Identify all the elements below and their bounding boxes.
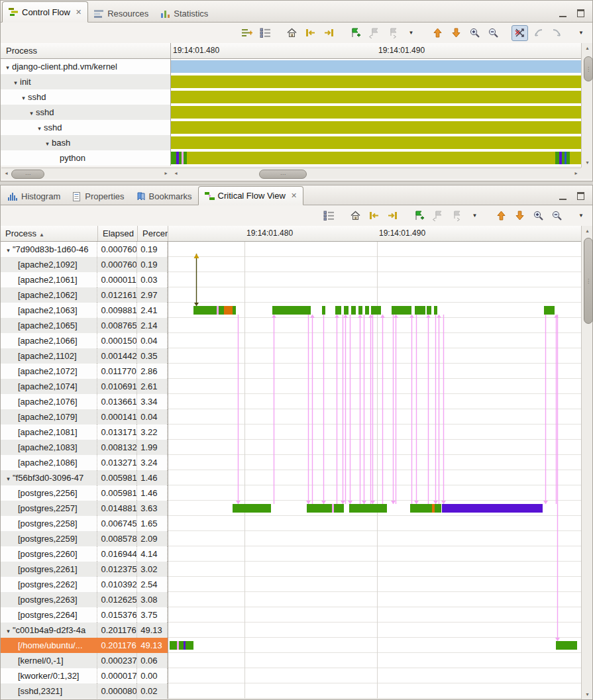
zoom-in-icon[interactable] [466,25,483,41]
critical-path-state-segment[interactable] [224,306,233,315]
select-prev-state-icon[interactable] [302,25,319,41]
state-bar[interactable] [171,136,581,149]
scroll-up-icon[interactable]: ▴ [582,43,592,53]
process-tree-row[interactable]: ▾django-client.phd.vm/kernel [1,59,170,74]
select-prev-state-icon[interactable] [366,208,382,224]
process-tree-row[interactable]: python [1,150,170,166]
expander-icon[interactable]: ▾ [27,106,36,120]
expander-icon[interactable]: ▾ [43,136,52,150]
tab-histogram[interactable]: Histogram [2,188,66,205]
scrollbar-thumb[interactable]: ⋮ [584,238,593,324]
process-tree-row[interactable]: ▾bash [1,135,170,150]
table-row[interactable]: [apache2,1065]0.0087652.14 [1,318,168,333]
table-vertical-scrollbar[interactable]: ▴ ▾ ⋮ [581,226,592,699]
table-row[interactable]: [apache2,1079]0.0001410.04 [1,409,168,425]
state-bar[interactable] [171,121,581,134]
process-tree-row[interactable]: ▾init [1,74,170,89]
table-row[interactable]: [postgres,2260]0.0169444.14 [1,546,168,562]
previous-marker-icon[interactable] [429,208,446,224]
critical-path-state-segment[interactable] [217,306,219,315]
chart-horizontal-scrollbar[interactable]: ◂ ▸ ⋯ [171,168,581,179]
scroll-up-icon[interactable]: ▴ [582,226,592,236]
scrollbar-thumb[interactable]: ⋮ [584,56,593,81]
table-row[interactable]: [apache2,1081]0.0131713.22 [1,425,168,440]
critical-path-state-bar[interactable] [442,504,543,513]
next-marker-icon[interactable] [384,25,401,41]
critical-path-state-bar[interactable] [351,306,356,315]
expander-icon[interactable]: ▾ [3,60,12,74]
align-views-icon[interactable] [239,25,255,41]
critical-path-state-bar[interactable] [349,504,387,513]
table-row[interactable]: [kworker/0:1,32]0.0000170.00 [1,668,168,683]
table-row[interactable]: [postgres,2261]0.0123753.02 [1,562,168,577]
previous-marker-icon[interactable] [366,25,382,41]
view-menu-icon[interactable]: ▼ [575,208,587,224]
scrollbar-thumb[interactable]: ⋯ [11,170,44,179]
process-column-header[interactable]: Process [1,43,171,59]
critical-path-state-segment[interactable] [184,641,186,650]
scroll-down-icon[interactable]: ▾ [582,158,592,168]
critical-path-state-bar[interactable] [392,306,411,315]
critical-path-state-bar[interactable] [307,504,344,513]
table-row[interactable]: [apache2,1076]0.0136613.34 [1,394,168,409]
state-bar[interactable] [171,60,581,73]
control-flow-chart[interactable] [171,59,581,166]
critical-path-state-bar[interactable] [365,306,369,315]
reset-time-scale-icon[interactable] [347,208,364,224]
process-tree-row[interactable]: ▾sshd [1,89,170,105]
move-down-icon[interactable] [512,208,528,224]
select-next-state-icon[interactable] [321,25,337,41]
process-tree-row[interactable]: ▾sshd [1,105,170,120]
critical-path-state-bar[interactable] [322,306,325,315]
follow-event-backward-icon[interactable] [530,25,547,41]
chart-row[interactable] [171,105,581,120]
table-row[interactable]: ▾"f56bf3d0-3096-470.0059811.46 [1,470,168,485]
tab-statistics[interactable]: Statistics [154,5,214,22]
maximize-button[interactable] [576,192,586,201]
state-segment[interactable] [570,152,581,164]
chart-row[interactable] [171,120,581,135]
chart-row[interactable] [171,89,581,105]
critical-path-state-segment[interactable] [332,504,334,513]
minimize-button[interactable] [558,9,568,18]
table-row[interactable]: [postgres,2263]0.0126253.08 [1,592,168,607]
table-row[interactable]: [apache2,1092]0.0007600.19 [1,257,168,272]
tab-control-flow[interactable]: Control Flow✕ [2,1,88,23]
table-row[interactable]: [sshd,2321]0.0000800.02 [1,683,168,699]
state-bar[interactable] [171,91,581,103]
table-row[interactable]: [postgres,2259]0.0085782.09 [1,531,168,546]
marker-menu-icon[interactable]: ▼ [403,25,419,41]
tab-bookmarks[interactable]: Bookmarks [131,188,198,205]
tab-critical-flow-view[interactable]: Critical Flow View✕ [198,186,304,205]
chart-row[interactable] [171,74,581,89]
chart-row[interactable] [171,59,581,74]
critical-path-state-bar[interactable] [410,504,441,513]
critical-path-state-bar[interactable] [371,306,381,315]
close-tab-icon[interactable]: ✕ [291,192,297,199]
show-view-filters-icon[interactable] [321,208,337,224]
table-row[interactable]: [/home/ubuntu/...0.20117649.13 [1,638,168,653]
critical-path-state-bar[interactable] [434,306,437,315]
tab-resources[interactable]: Resources [88,5,154,22]
chart-row[interactable] [171,150,581,166]
scroll-left-icon[interactable]: ◂ [171,168,181,178]
scrollbar-thumb[interactable]: ⋯ [259,170,307,179]
state-bar[interactable] [171,75,581,88]
table-row[interactable]: [apache2,1062]0.0121612.97 [1,287,168,303]
zoom-in-icon[interactable] [530,208,547,224]
scroll-left-icon[interactable]: ◂ [1,168,11,178]
close-tab-icon[interactable]: ✕ [76,9,81,16]
expander-icon[interactable]: ▾ [19,91,28,105]
select-next-state-icon[interactable] [384,208,401,224]
table-row[interactable]: [postgres,2257]0.0148813.63 [1,501,168,516]
show-view-filters-icon[interactable] [257,25,274,41]
time-axis-header[interactable]: 19:14:01.48019:14:01.490 [171,43,581,59]
table-row[interactable]: [postgres,2264]0.0153763.75 [1,607,168,623]
critical-path-state-bar[interactable] [427,306,431,315]
marker-menu-icon[interactable]: ▼ [466,208,483,224]
column-header-elapsed[interactable]: Elapsed [98,226,138,242]
move-down-icon[interactable] [448,25,464,41]
critical-flow-timeline[interactable] [168,242,581,699]
chart-vertical-scrollbar[interactable]: ▴ ▾ ⋮ [581,43,592,168]
expander-icon[interactable]: ▾ [4,243,13,257]
